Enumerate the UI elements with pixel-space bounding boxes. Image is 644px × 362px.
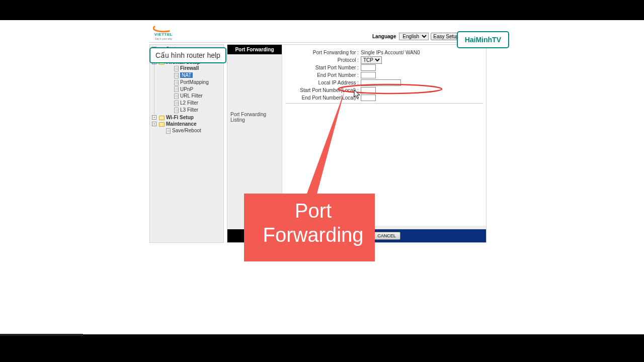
sidebar-nav: +Status +Advanced Setup −Firewall Setup …: [149, 44, 224, 243]
cursor-icon: [354, 89, 361, 100]
label-local-ip: Local IP Address :: [285, 80, 361, 85]
tab-port-forwarding[interactable]: Port Forwarding: [227, 45, 282, 54]
nav-upnp[interactable]: UPnP: [180, 86, 193, 92]
label-start-port-local: Start Port Number(Local) :: [285, 87, 361, 93]
page-icon: [174, 94, 179, 99]
logo: VIETTEL Say it your way: [149, 24, 178, 40]
nav-l2-filter[interactable]: L2 Filter: [180, 100, 198, 106]
page-icon: [166, 128, 171, 134]
nav-portmapping[interactable]: PortMapping: [180, 79, 209, 85]
start-port-input[interactable]: [361, 64, 376, 71]
page-icon: [174, 80, 179, 85]
label-end-port-local: End Port Number(Local) :: [285, 95, 361, 101]
nav-l3-filter[interactable]: L3 Filter: [180, 107, 198, 113]
label-end-port: End Port Number :: [285, 72, 361, 78]
expand-icon[interactable]: +: [152, 122, 156, 126]
nav-nat[interactable]: NAT: [180, 72, 193, 78]
end-port-input[interactable]: [361, 72, 376, 78]
folder-icon: [159, 116, 165, 120]
nav-firewall[interactable]: Firewall: [180, 65, 199, 71]
folder-icon: [159, 122, 165, 127]
header-bar: VIETTEL Say it your way Language English…: [149, 20, 487, 43]
logo-tagline: Say it your way: [155, 37, 172, 40]
start-port-local-input[interactable]: [361, 87, 376, 94]
language-label: Language: [372, 34, 396, 39]
logo-swoosh-icon: [153, 24, 174, 33]
page-icon: [174, 66, 179, 71]
protocol-select[interactable]: TCP: [361, 56, 382, 64]
annotation-help-badge: Cấu hình router help: [149, 47, 226, 63]
main-panel: Port Forwarding Port Forwarding Listing …: [227, 44, 487, 243]
nav-wifi-setup[interactable]: Wi-Fi Setup: [166, 115, 194, 120]
end-port-local-input[interactable]: [361, 95, 376, 101]
nav-url-filter[interactable]: URL Filter: [180, 93, 203, 99]
logo-text: VIETTEL: [154, 32, 173, 37]
value-for: Single IPs Account/ WAN0: [361, 50, 420, 55]
local-ip-input[interactable]: [361, 79, 401, 86]
label-start-port: Start Port Number :: [285, 65, 361, 70]
nav-save-reboot[interactable]: Save/Reboot: [172, 128, 201, 133]
page-icon: [174, 101, 179, 106]
cancel-button[interactable]: CANCEL: [373, 232, 400, 240]
listing-label: Port Forwarding Listing: [227, 110, 282, 125]
label-for: Port Forwarding for :: [285, 50, 361, 55]
annotation-brand-badge: HaiMinhTV: [457, 31, 509, 48]
action-bar: ADD CANCEL: [227, 229, 486, 242]
nav-maintenance[interactable]: Maintenance: [166, 121, 197, 127]
taskbar-stub: [0, 334, 83, 336]
language-select[interactable]: English: [399, 33, 429, 40]
page-icon: [174, 86, 179, 92]
svg-point-0: [153, 25, 174, 32]
page-icon: [174, 108, 179, 113]
label-protocol: Protocol :: [285, 57, 361, 63]
page-icon: [174, 73, 179, 78]
expand-icon[interactable]: +: [152, 115, 156, 120]
